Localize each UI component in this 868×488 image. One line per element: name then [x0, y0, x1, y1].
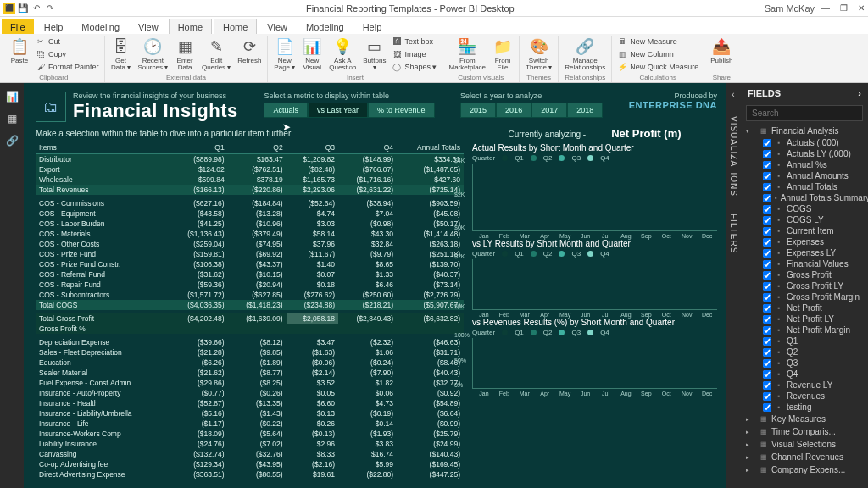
- copy-button[interactable]: ⿻Copy: [34, 48, 101, 60]
- user-name[interactable]: Sam McKay: [765, 3, 815, 14]
- model-view-button[interactable]: 🔗: [3, 132, 20, 149]
- chart-visual[interactable]: vs Revenues Results (%) by Short Month a…: [472, 318, 717, 396]
- expand-visualizations-icon[interactable]: ‹: [732, 90, 734, 99]
- table-row[interactable]: COS - Other Costs($259.04)($74.95)$37.96…: [36, 239, 464, 249]
- field-checkbox[interactable]: [763, 403, 771, 412]
- table-row[interactable]: Gross Profit %: [36, 324, 464, 334]
- table-row[interactable]: Liability Insurance($24.76)($7.02)$2.96$…: [36, 439, 464, 449]
- field-item[interactable]: ▪Q1: [741, 336, 868, 347]
- table-row[interactable]: Co-op Advertising fee($129.34)($43.95)($…: [36, 459, 464, 469]
- get-data-button[interactable]: 🗄Get Data ▾: [108, 36, 134, 72]
- data-view-button[interactable]: ▦: [3, 110, 20, 127]
- filters-panel-toggle[interactable]: FILTERS: [729, 214, 738, 253]
- from-marketplace-button[interactable]: 🏪From Marketplace: [446, 36, 488, 72]
- switch-theme-button[interactable]: 🎨Switch Theme ▾: [523, 36, 554, 72]
- buttons-button[interactable]: ▭Buttons ▾: [360, 36, 388, 72]
- save-icon[interactable]: 💾: [17, 3, 29, 14]
- table-row[interactable]: Insurance - Liability/Umbrella($5.16)($1…: [36, 408, 464, 419]
- table-row[interactable]: Insurance-Workers Comp($18.09)($5.64)($0…: [36, 429, 464, 439]
- table-header[interactable]: Q4: [338, 141, 397, 154]
- field-item[interactable]: ▪Annual Totals Summary: [741, 192, 868, 203]
- table-row[interactable]: Insurance - Health($52.87)($13.35)$6.60$…: [36, 398, 464, 408]
- table-row[interactable]: Sales - Fleet Depreciation($21.28)($9.85…: [36, 347, 464, 358]
- field-item[interactable]: ▪Actuals LY (,000): [741, 148, 868, 159]
- table-row[interactable]: Export$124.02($762.51)($82.48)($766.07)(…: [36, 164, 464, 175]
- refresh-button[interactable]: ⟳Refresh: [235, 36, 264, 65]
- field-item[interactable]: ▪Net Profit Margin: [741, 324, 868, 336]
- field-table[interactable]: ▦Financial Analysis: [741, 125, 868, 137]
- tab-help[interactable]: Help: [354, 19, 391, 34]
- maximize-button[interactable]: ❐: [840, 3, 848, 13]
- field-table[interactable]: ▦Company Expens...: [741, 463, 868, 476]
- table-row[interactable]: Total Gross Profit($4,202.48)($1,639.09)…: [36, 313, 464, 324]
- textbox-button[interactable]: 🅰Text box: [390, 36, 438, 47]
- undo-icon[interactable]: ↶: [31, 3, 42, 14]
- metric-option[interactable]: vs Last Year: [308, 103, 368, 118]
- paste-button[interactable]: 📋Paste: [7, 36, 32, 65]
- tab-view[interactable]: View: [259, 19, 296, 34]
- field-checkbox[interactable]: [763, 161, 771, 169]
- tab-view[interactable]: View: [130, 19, 167, 34]
- field-checkbox[interactable]: [763, 139, 771, 147]
- field-item[interactable]: ▪Annual Amounts: [741, 170, 868, 181]
- new-page-button[interactable]: 📄New Page ▾: [271, 36, 298, 72]
- fields-search-input[interactable]: [746, 105, 863, 121]
- manage-relationships-button[interactable]: 🔗Manage Relationships: [562, 36, 608, 72]
- field-checkbox[interactable]: [763, 304, 771, 313]
- chart-visual[interactable]: vs LY Results by Short Month and Quarter…: [472, 239, 717, 318]
- tab-help[interactable]: Help: [36, 19, 72, 34]
- field-item[interactable]: ▪Q2: [741, 347, 868, 358]
- field-item[interactable]: ▪Annual Totals: [741, 181, 868, 192]
- minimize-button[interactable]: —: [821, 3, 830, 13]
- from-file-button[interactable]: 📁From File: [490, 36, 515, 72]
- table-row[interactable]: Total COGS($4,036.35)($1,418.23)($234.88…: [36, 300, 464, 310]
- recent-sources-button[interactable]: 🕑Recent Sources ▾: [136, 36, 171, 72]
- new-column-button[interactable]: ▥New Column: [615, 48, 700, 60]
- shapes-button[interactable]: ◯Shapes ▾: [390, 61, 438, 73]
- field-table[interactable]: ▦Visual Selections: [741, 438, 868, 451]
- field-item[interactable]: ▪Expenses LY: [741, 247, 868, 258]
- year-option[interactable]: 2016: [496, 103, 531, 118]
- table-header[interactable]: Q3: [287, 141, 338, 154]
- table-row[interactable]: COS - Prize Fund Constr.($106.38)($43.37…: [36, 259, 464, 269]
- table-row[interactable]: COS - Repair Fund($59.36)($20.94)$0.18$6…: [36, 280, 464, 290]
- table-row[interactable]: Distributor($889.98)$163.47$1,209.82($14…: [36, 154, 464, 165]
- app-icon[interactable]: ⬛: [3, 3, 15, 14]
- field-item[interactable]: ▪Gross Profit: [741, 269, 868, 280]
- field-checkbox[interactable]: [763, 293, 771, 302]
- image-button[interactable]: 🖼Image: [390, 48, 438, 60]
- year-option[interactable]: 2017: [531, 103, 567, 118]
- table-header[interactable]: Annual Totals: [397, 141, 464, 154]
- visualizations-panel-toggle[interactable]: VISUALIZATIONS: [729, 116, 738, 197]
- collapse-fields-icon[interactable]: ›: [858, 88, 861, 98]
- ask-question-button[interactable]: 💡Ask A Question: [326, 36, 359, 72]
- table-row[interactable]: Total Revenues($166.13)($220.86)$2,293.0…: [36, 185, 464, 195]
- field-checkbox[interactable]: [763, 359, 771, 368]
- field-item[interactable]: ▪Q4: [741, 369, 868, 380]
- field-checkbox[interactable]: [763, 227, 771, 236]
- enter-data-button[interactable]: ▦Enter Data: [172, 36, 198, 72]
- table-row[interactable]: Education($6.26)($1.89)($0.06)($0.24)($8…: [36, 358, 464, 368]
- tab-file[interactable]: File: [2, 19, 34, 34]
- table-row[interactable]: COS - Labor Burden($41.25)($10.96)$3.03(…: [36, 219, 464, 229]
- field-item[interactable]: ▪Q3: [741, 358, 868, 369]
- metric-option[interactable]: % to Revenue: [368, 103, 435, 118]
- field-checkbox[interactable]: [763, 216, 771, 225]
- new-quick-measure-button[interactable]: ⚡New Quick Measure: [615, 61, 700, 73]
- table-header[interactable]: Q1: [170, 141, 228, 154]
- field-checkbox[interactable]: [763, 337, 771, 346]
- field-table[interactable]: ▦Key Measures: [741, 413, 868, 425]
- redo-icon[interactable]: ↷: [44, 3, 56, 14]
- field-item[interactable]: ▪Actuals (,000): [741, 137, 868, 148]
- table-row[interactable]: Insurance - Auto/Property($0.77)($0.26)$…: [36, 388, 464, 398]
- field-checkbox[interactable]: [763, 238, 771, 247]
- tab-home[interactable]: Home: [169, 19, 212, 34]
- field-item[interactable]: ▪Net Profit: [741, 302, 868, 313]
- field-checkbox[interactable]: [763, 381, 771, 390]
- field-item[interactable]: ▪COGS: [741, 203, 868, 214]
- field-item[interactable]: ▪Expenses: [741, 236, 868, 247]
- new-measure-button[interactable]: 🖩New Measure: [615, 36, 700, 47]
- table-row[interactable]: Canvassing($132.74)($32.76)$8.33$16.74($…: [36, 449, 464, 459]
- field-item[interactable]: ▪Net Profit LY: [741, 313, 868, 324]
- tab-home[interactable]: Home: [214, 19, 257, 34]
